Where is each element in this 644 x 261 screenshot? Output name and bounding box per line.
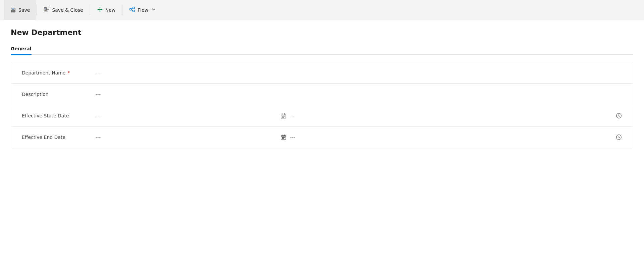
form-row-department-name: Department Name * --- (11, 62, 633, 84)
effective-state-date-value[interactable]: --- (96, 113, 267, 118)
page-title: New Department (11, 28, 633, 37)
effective-end-date-label: Effective End Date (22, 135, 96, 140)
form-row-description: Description --- (11, 84, 633, 105)
svg-rect-33 (282, 137, 283, 138)
effective-state-date-calendar-icon[interactable] (280, 112, 287, 119)
save-icon (10, 7, 16, 13)
new-label: New (105, 7, 116, 13)
required-indicator: * (67, 70, 70, 75)
description-value[interactable]: --- (96, 92, 622, 97)
main-content: New Department General Department Name *… (0, 20, 644, 156)
tab-general[interactable]: General (11, 43, 32, 55)
flow-icon (129, 6, 135, 13)
form-row-effective-end-date: Effective End Date --- (11, 126, 633, 148)
effective-state-time-value[interactable]: --- (290, 113, 612, 118)
flow-button[interactable]: Flow (123, 0, 162, 20)
save-button[interactable]: Save (4, 0, 36, 20)
svg-rect-1 (12, 8, 14, 9)
effective-end-clock-icon[interactable] (615, 134, 622, 141)
svg-rect-24 (282, 117, 283, 117)
effective-state-date-time-section: --- (280, 112, 622, 119)
svg-rect-23 (284, 116, 285, 116)
form-section: Department Name * --- Description --- Ef… (11, 62, 633, 148)
effective-state-date-label: Effective State Date (22, 113, 96, 118)
svg-rect-37 (283, 138, 284, 139)
form-row-effective-state-date: Effective State Date --- (11, 105, 633, 126)
flow-label: Flow (138, 7, 148, 13)
toolbar-separator-3 (122, 5, 122, 15)
effective-end-date-value[interactable]: --- (96, 135, 267, 140)
save-close-button[interactable]: Save & Close (38, 0, 89, 20)
svg-rect-36 (282, 138, 283, 139)
description-label: Description (22, 92, 96, 97)
department-name-label: Department Name * (22, 70, 96, 75)
effective-state-clock-icon[interactable] (615, 112, 622, 119)
svg-rect-13 (133, 7, 135, 9)
effective-end-date-calendar-icon[interactable] (280, 134, 287, 141)
svg-rect-14 (133, 10, 135, 12)
new-icon (97, 6, 103, 13)
toolbar-separator (37, 5, 37, 15)
effective-end-date-section: --- (96, 135, 267, 140)
svg-rect-3 (12, 10, 14, 11)
svg-rect-34 (283, 137, 284, 138)
svg-line-28 (619, 116, 620, 116)
toolbar: Save Save & Close New (0, 0, 644, 20)
svg-line-40 (619, 137, 620, 138)
toolbar-separator-2 (90, 5, 90, 15)
tab-bar: General (11, 43, 633, 55)
svg-rect-21 (282, 116, 283, 116)
svg-rect-35 (284, 137, 285, 138)
effective-end-date-time-section: --- (280, 134, 622, 141)
save-close-icon (44, 6, 50, 13)
svg-rect-25 (283, 117, 284, 117)
save-close-label: Save & Close (52, 7, 83, 13)
save-label: Save (18, 7, 30, 13)
flow-chevron-icon (151, 7, 156, 13)
effective-state-date-section: --- (96, 113, 267, 118)
svg-rect-12 (130, 8, 131, 10)
department-name-value[interactable]: --- (96, 70, 622, 75)
new-button[interactable]: New (91, 0, 122, 20)
effective-end-time-value[interactable]: --- (290, 135, 612, 140)
svg-rect-22 (283, 116, 284, 116)
